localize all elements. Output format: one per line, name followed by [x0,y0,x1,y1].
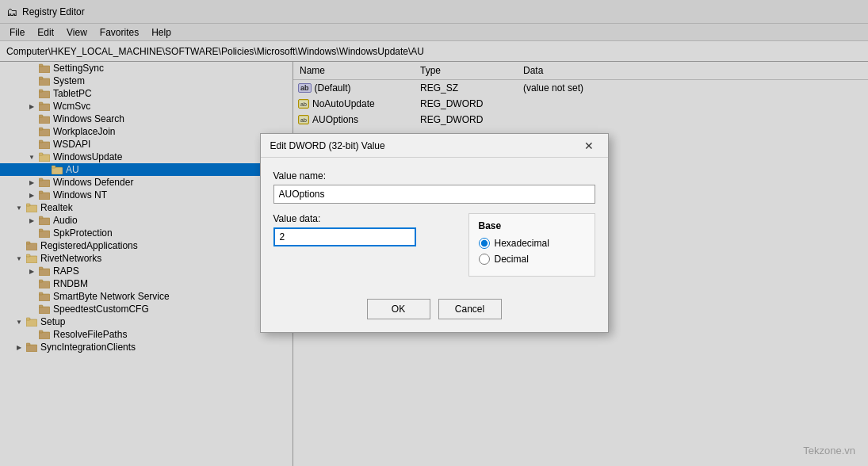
hexadecimal-option[interactable]: Hexadecimal [479,238,585,249]
dialog-title: Edit DWORD (32-bit) Value [270,140,385,151]
value-name-group: Value name: [273,170,595,204]
base-title: Base [479,220,585,231]
ok-button[interactable]: OK [367,299,430,319]
dialog-close-button[interactable]: ✕ [579,136,598,155]
decimal-option[interactable]: Decimal [479,254,585,265]
dialog-lower-section: Value data: Base Hexadecimal Decimal [273,213,595,277]
hexadecimal-radio[interactable] [479,238,490,249]
cancel-button[interactable]: Cancel [438,299,502,319]
edit-dword-dialog: Edit DWORD (32-bit) Value ✕ Value name: … [260,133,609,333]
dialog-title-bar: Edit DWORD (32-bit) Value ✕ [261,134,608,158]
base-section: Base Hexadecimal Decimal [468,213,595,277]
value-data-section: Value data: [273,213,456,246]
value-name-label: Value name: [273,170,595,181]
decimal-radio[interactable] [479,254,490,265]
value-data-input[interactable] [273,227,416,246]
watermark: Tekzone.vn [803,445,855,456]
dialog-footer: OK Cancel [261,289,608,332]
hexadecimal-label: Hexadecimal [495,238,549,249]
decimal-label: Decimal [495,254,529,265]
value-data-label: Value data: [273,213,456,224]
dialog-body: Value name: Value data: Base Hexadecimal [261,158,608,289]
value-name-input[interactable] [273,185,595,204]
modal-overlay: Edit DWORD (32-bit) Value ✕ Value name: … [0,0,868,466]
